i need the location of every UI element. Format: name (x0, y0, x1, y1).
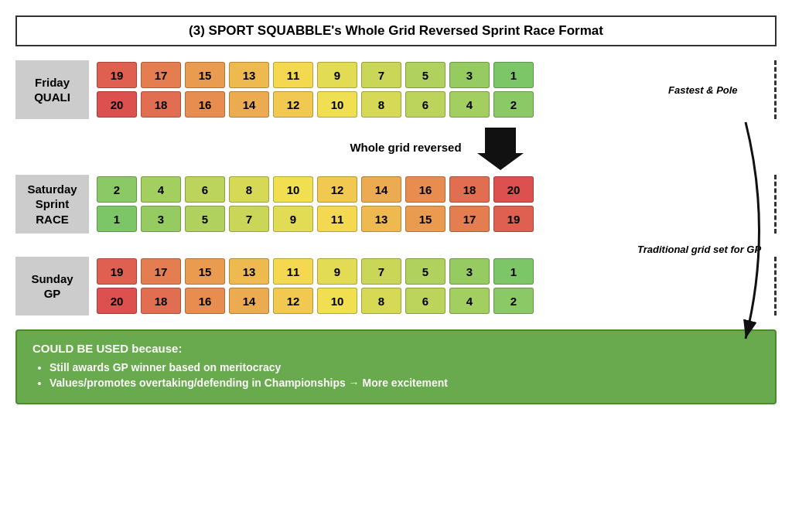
grid-cell: 18 (141, 288, 181, 314)
grid-cell: 15 (185, 258, 225, 285)
svg-marker-0 (477, 128, 524, 170)
grid-cell: 6 (185, 176, 225, 203)
grid-cell: 12 (317, 176, 357, 203)
trad-grid-label: Traditional grid set for GP (637, 244, 769, 255)
grid-cell: 20 (97, 288, 137, 314)
grid-cell: 17 (141, 62, 181, 88)
fastest-pole-label: Fastest & Pole (668, 84, 769, 96)
grid-cell: 2 (493, 288, 534, 314)
grid-cell: 14 (229, 91, 269, 118)
grid-cell: 1 (493, 258, 534, 285)
sections-wrapper: FridayQUALI 1917151311975312018161412108… (15, 60, 777, 315)
grid-cell: 12 (273, 91, 313, 118)
middle-section: Whole grid reversed (97, 124, 777, 170)
grid-cell: 11 (273, 62, 313, 88)
grid-cell: 19 (493, 206, 534, 232)
summary-box: COULD BE USED because: Still awards GP w… (15, 329, 777, 404)
grid-cell: 6 (405, 288, 446, 314)
page-title: (3) SPORT SQUABBLE's Whole Grid Reversed… (15, 15, 777, 46)
grid-cell: 4 (141, 176, 181, 203)
summary-list: Still awards GP winner based on meritocr… (32, 361, 760, 389)
grid-cell: 14 (229, 288, 269, 314)
sunday-section: SundayGP 1917151311975312018161412108642 (15, 257, 777, 315)
grid-cell: 10 (273, 176, 313, 203)
grid-row: 135791113151719 (97, 206, 769, 232)
saturday-track-end: Traditional grid set for GP (773, 175, 777, 234)
grid-cell: 11 (273, 258, 313, 285)
sunday-label: SundayGP (15, 257, 89, 315)
sunday-grid: 1917151311975312018161412108642 (97, 258, 769, 314)
grid-cell: 20 (97, 91, 137, 118)
grid-row: 2018161412108642 (97, 288, 769, 314)
grid-cell: 3 (141, 206, 181, 232)
grid-cell: 9 (273, 206, 313, 232)
grid-cell: 20 (493, 176, 534, 203)
grid-cell: 3 (449, 258, 490, 285)
grid-cell: 19 (97, 258, 137, 285)
grid-cell: 8 (361, 288, 401, 314)
saturday-label: SaturdaySprintRACE (15, 175, 89, 234)
grid-cell: 16 (405, 176, 446, 203)
grid-cell: 6 (405, 91, 446, 118)
grid-cell: 5 (405, 258, 446, 285)
saturday-section: SaturdaySprintRACE 246810121416182013579… (15, 175, 777, 234)
grid-cell: 4 (449, 288, 490, 314)
grid-cell: 14 (361, 176, 401, 203)
friday-label: FridayQUALI (15, 60, 89, 119)
grid-row: 191715131197531 (97, 258, 769, 285)
grid-cell: 18 (449, 176, 490, 203)
grid-cell: 11 (317, 206, 357, 232)
saturday-grid: 2468101214161820135791113151719 (97, 176, 769, 232)
grid-cell: 13 (361, 206, 401, 232)
grid-cell: 7 (229, 206, 269, 232)
sunday-track-end (773, 257, 777, 315)
friday-dashed-line (773, 60, 777, 119)
grid-cell: 10 (317, 91, 357, 118)
grid-cell: 16 (185, 91, 225, 118)
grid-cell: 1 (493, 62, 534, 88)
grid-cell: 5 (405, 62, 446, 88)
grid-cell: 12 (273, 288, 313, 314)
grid-cell: 13 (229, 258, 269, 285)
reversed-label: Whole grid reversed (350, 141, 461, 154)
grid-cell: 1 (97, 206, 137, 232)
grid-cell: 10 (317, 288, 357, 314)
grid-cell: 4 (449, 91, 490, 118)
page-container: (3) SPORT SQUABBLE's Whole Grid Reversed… (15, 15, 777, 404)
grid-cell: 19 (97, 62, 137, 88)
grid-cell: 16 (185, 288, 225, 314)
grid-cell: 2 (493, 91, 534, 118)
summary-point: Still awards GP winner based on meritocr… (50, 361, 760, 373)
grid-cell: 9 (317, 258, 357, 285)
grid-cell: 2 (97, 176, 137, 203)
grid-cell: 17 (141, 258, 181, 285)
summary-title: COULD BE USED because: (32, 342, 760, 355)
grid-cell: 8 (361, 91, 401, 118)
grid-cell: 17 (449, 206, 490, 232)
grid-cell: 7 (361, 258, 401, 285)
grid-cell: 15 (185, 62, 225, 88)
grid-cell: 13 (229, 62, 269, 88)
grid-cell: 3 (449, 62, 490, 88)
saturday-dashed-line (773, 175, 777, 234)
grid-cell: 18 (141, 91, 181, 118)
grid-cell: 7 (361, 62, 401, 88)
grid-cell: 9 (317, 62, 357, 88)
down-arrow-svg (477, 124, 524, 170)
grid-cell: 15 (405, 206, 446, 232)
grid-row: 2468101214161820 (97, 176, 769, 203)
friday-section: FridayQUALI 1917151311975312018161412108… (15, 60, 777, 119)
grid-cell: 8 (229, 176, 269, 203)
friday-track-end: Fastest & Pole (773, 60, 777, 119)
summary-point: Values/promotes overtaking/defending in … (50, 377, 760, 389)
sunday-dashed-line (773, 257, 777, 315)
grid-cell: 5 (185, 206, 225, 232)
